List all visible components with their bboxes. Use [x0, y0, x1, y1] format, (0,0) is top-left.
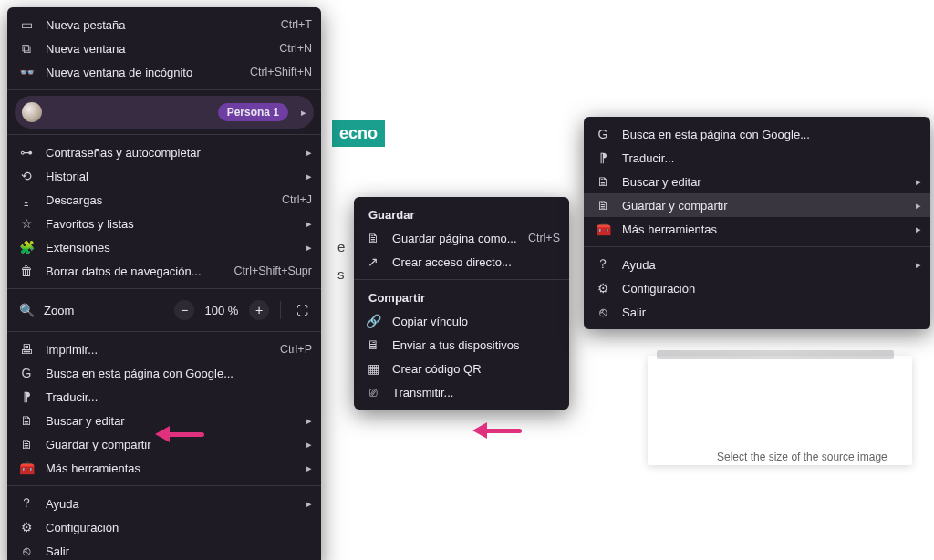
zoom-control: 🔍 Zoom − 100 % + ⛶	[7, 295, 321, 326]
shortcut: Ctrl+Shift+Supr	[234, 264, 312, 277]
menu-clear-browsing-data[interactable]: 🗑 Borrar datos de navegación... Ctrl+Shi…	[7, 259, 321, 283]
submenu-copy-link[interactable]: 🔗 Copiar vínculo	[354, 309, 569, 333]
menu-label: Imprimir...	[46, 343, 269, 357]
stray-text: e	[337, 239, 345, 254]
section-share: Compartir	[354, 285, 569, 309]
chevron-right-icon: ▸	[301, 147, 312, 159]
fullscreen-button[interactable]: ⛶	[292, 300, 312, 320]
menu-label: Ayuda	[622, 258, 899, 272]
search-doc-icon: 🗎	[595, 174, 611, 189]
translate-icon: ⁋	[18, 389, 35, 404]
stray-text: s	[337, 266, 345, 282]
help-icon: ？	[595, 256, 611, 273]
menu-label: Traducir...	[622, 151, 921, 165]
shortcut: Ctrl+N	[279, 42, 312, 55]
menu-label: Transmitir...	[392, 386, 560, 399]
menu-label: Nueva ventana	[46, 42, 268, 56]
menu-help[interactable]: ？ Ayuda ▸	[7, 492, 321, 515]
chevron-right-icon: ▸	[301, 171, 312, 182]
menu-passwords-autofill[interactable]: ⊶ Contraseñas y autocompletar ▸	[7, 140, 321, 164]
menu-incognito-window[interactable]: 👓 Nueva ventana de incógnito Ctrl+Shift+…	[7, 60, 321, 84]
menu-settings[interactable]: ⚙ Configuración	[584, 276, 930, 300]
print-icon: 🖶	[18, 342, 35, 357]
menu-label: Salir	[46, 544, 312, 558]
menu-label: Nueva ventana de incógnito	[46, 66, 239, 79]
menu-label: Crear código QR	[392, 362, 560, 376]
section-save: Guardar	[354, 202, 569, 226]
chevron-right-icon: ▸	[301, 218, 312, 230]
chevron-right-icon: ▸	[301, 415, 312, 427]
menu-downloads[interactable]: ⭳ Descargas Ctrl+J	[7, 188, 321, 212]
download-icon: ⭳	[18, 192, 35, 207]
menu-exit[interactable]: ⎋ Salir	[584, 300, 930, 324]
divider	[7, 89, 321, 90]
menu-label: Zoom	[44, 304, 165, 317]
menu-settings[interactable]: ⚙ Configuración	[7, 515, 321, 539]
menu-exit[interactable]: ⎋ Salir	[7, 539, 321, 560]
divider	[7, 331, 321, 332]
zoom-out-button[interactable]: −	[174, 300, 194, 320]
menu-more-tools[interactable]: 🧰 Más herramientas ▸	[7, 456, 321, 480]
menu-find-edit[interactable]: 🗎 Buscar y editar ▸	[7, 409, 321, 432]
magnifier-icon: 🔍	[18, 303, 35, 317]
divider	[354, 279, 569, 280]
submenu-cast[interactable]: ⎚ Transmitir...	[354, 380, 569, 404]
google-icon: G	[595, 127, 611, 141]
menu-label: Copiar vínculo	[392, 315, 560, 328]
toolbox-icon: 🧰	[595, 222, 611, 236]
submenu-create-shortcut[interactable]: ↗ Crear acceso directo...	[354, 250, 569, 274]
menu-label: Busca en esta página con Google...	[622, 128, 921, 141]
submenu-send-to-devices[interactable]: 🖥 Enviar a tus dispositivos	[354, 333, 569, 357]
menu-new-tab[interactable]: ▭ Nueva pestaña Ctrl+T	[7, 13, 321, 36]
profile-selector[interactable]: Persona 1 ▸	[15, 96, 314, 129]
menu-search-google[interactable]: G Busca en esta página con Google...	[584, 122, 930, 146]
ecno-badge: ecno	[332, 120, 385, 147]
menu-label: Enviar a tus dispositivos	[392, 338, 560, 352]
background-card-line	[657, 350, 894, 359]
menu-extensions[interactable]: 🧩 Extensiones ▸	[7, 235, 321, 259]
menu-save-share[interactable]: 🗎 Guardar y compartir ▸	[584, 193, 930, 217]
annotation-arrow	[472, 423, 524, 438]
menu-search-google[interactable]: G Busca en esta página con Google...	[7, 361, 321, 385]
menu-translate[interactable]: ⁋ Traducir...	[584, 146, 930, 170]
divider	[584, 246, 930, 247]
menu-label: Configuración	[622, 282, 921, 296]
cutoff-text: Select the size of the source image	[717, 451, 887, 463]
shortcut: Ctrl+J	[282, 193, 312, 206]
submenu-save-page-as[interactable]: 🗎 Guardar página como... Ctrl+S	[354, 226, 569, 250]
chrome-main-menu: ▭ Nueva pestaña Ctrl+T ⧉ Nueva ventana C…	[7, 7, 321, 560]
gear-icon: ⚙	[595, 281, 611, 296]
divider	[7, 134, 321, 135]
shortcut: Ctrl+T	[281, 18, 312, 31]
menu-label: Salir	[622, 306, 921, 319]
key-icon: ⊶	[18, 145, 35, 160]
menu-print[interactable]: 🖶 Imprimir... Ctrl+P	[7, 337, 321, 361]
menu-label: Crear acceso directo...	[392, 255, 560, 269]
exit-icon: ⎋	[595, 305, 611, 319]
submenu-create-qr[interactable]: ▦ Crear código QR	[354, 357, 569, 380]
menu-label: Favoritos y listas	[46, 217, 290, 231]
menu-find-edit[interactable]: 🗎 Buscar y editar ▸	[584, 170, 930, 193]
menu-more-tools[interactable]: 🧰 Más herramientas ▸	[584, 217, 930, 241]
menu-new-window[interactable]: ⧉ Nueva ventana Ctrl+N	[7, 36, 321, 60]
chevron-right-icon: ▸	[910, 223, 921, 235]
menu-label: Más herramientas	[46, 461, 290, 475]
shortcut: Ctrl+Shift+N	[250, 66, 312, 78]
chevron-right-icon: ▸	[910, 200, 921, 212]
menu-bookmarks-lists[interactable]: ☆ Favoritos y listas ▸	[7, 212, 321, 235]
divider	[7, 288, 321, 289]
trash-icon: 🗑	[18, 264, 35, 278]
exit-icon: ⎋	[18, 544, 35, 558]
zoom-in-button[interactable]: +	[249, 300, 269, 320]
menu-label: Ayuda	[46, 497, 290, 511]
zoom-percent: 100 %	[203, 304, 240, 317]
history-icon: ⟲	[18, 169, 35, 183]
menu-save-share[interactable]: 🗎 Guardar y compartir ▸	[7, 432, 321, 456]
qr-icon: ▦	[365, 361, 381, 376]
menu-translate[interactable]: ⁋ Traducir...	[7, 385, 321, 409]
menu-history[interactable]: ⟲ Historial ▸	[7, 164, 321, 188]
menu-help[interactable]: ？ Ayuda ▸	[584, 253, 930, 276]
star-icon: ☆	[18, 216, 35, 231]
menu-label: Contraseñas y autocompletar	[46, 146, 290, 160]
file-icon: 🗎	[365, 231, 381, 245]
